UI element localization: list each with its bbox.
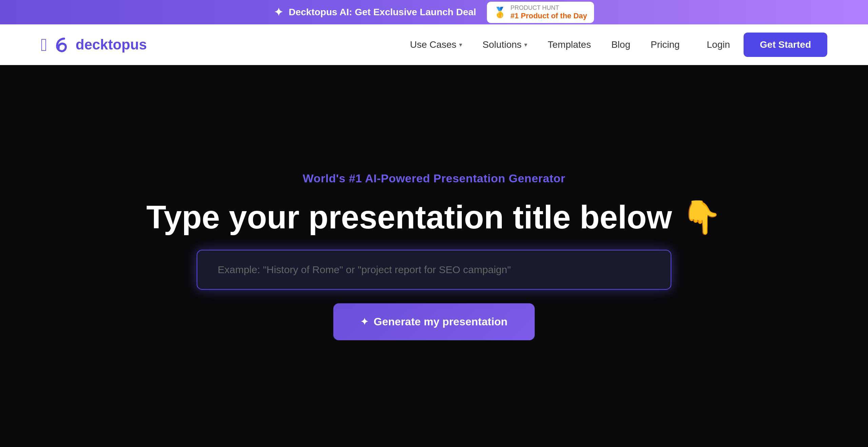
- nav-solutions[interactable]: Solutions ▾: [482, 39, 527, 50]
- generate-button[interactable]: ✦ Generate my presentation: [333, 303, 535, 340]
- hero-emoji: 👇: [681, 199, 722, 235]
- top-banner: ✦ Decktopus AI: Get Exclusive Launch Dea…: [0, 0, 868, 24]
- generate-sparkle-icon: ✦: [360, 316, 368, 327]
- nav-blog[interactable]: Blog: [611, 39, 630, 50]
- medal-icon: 🥇: [494, 6, 506, 18]
- navbar:  decktopus Use Cases ▾ Solutions ▾ Temp…: [0, 24, 868, 65]
- ph-product-text: #1 Product of the Day: [510, 12, 587, 20]
- logo-text: decktopus: [76, 37, 147, 53]
- badge-content: PRODUCT HUNT #1 Product of the Day: [510, 4, 587, 20]
- login-button[interactable]: Login: [707, 39, 730, 50]
- presentation-title-input[interactable]: [197, 250, 671, 290]
- hero-title: Type your presentation title below 👇: [146, 199, 722, 236]
- logo-icon: : [41, 36, 47, 54]
- nav-templates[interactable]: Templates: [548, 39, 591, 50]
- ph-label: PRODUCT HUNT: [510, 4, 587, 12]
- logo-link[interactable]:  decktopus: [41, 35, 147, 55]
- banner-text: ✦ Decktopus AI: Get Exclusive Launch Dea…: [274, 6, 476, 19]
- hero-input-container: [197, 250, 671, 290]
- hero-subtitle: World's #1 AI-Powered Presentation Gener…: [303, 172, 566, 185]
- solutions-chevron-icon: ▾: [524, 41, 527, 48]
- product-hunt-badge[interactable]: 🥇 PRODUCT HUNT #1 Product of the Day: [487, 2, 594, 23]
- nav-links: Use Cases ▾ Solutions ▾ Templates Blog P…: [410, 39, 679, 50]
- nav-actions: Login Get Started: [707, 33, 827, 57]
- use-cases-chevron-icon: ▾: [459, 41, 462, 48]
- nav-pricing[interactable]: Pricing: [651, 39, 680, 50]
- logo-svg: [51, 35, 72, 55]
- hero-section: World's #1 AI-Powered Presentation Gener…: [0, 65, 868, 447]
- get-started-button[interactable]: Get Started: [744, 33, 827, 57]
- nav-use-cases[interactable]: Use Cases ▾: [410, 39, 462, 50]
- sparkle-banner-icon: ✦: [274, 6, 283, 19]
